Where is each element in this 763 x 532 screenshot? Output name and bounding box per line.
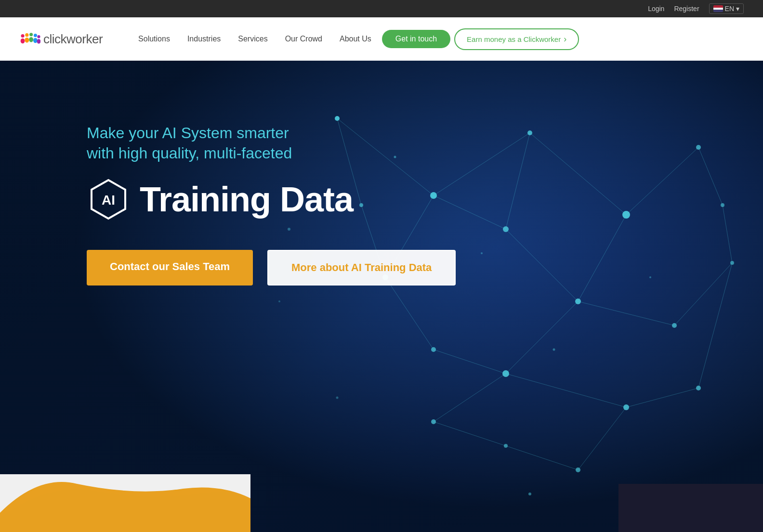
chevron-down-icon: ▾ — [736, 5, 739, 13]
svg-point-62 — [528, 493, 531, 495]
svg-point-59 — [278, 300, 280, 302]
svg-point-1 — [21, 39, 25, 44]
svg-point-5 — [29, 37, 33, 42]
flag-icon — [713, 5, 723, 12]
svg-point-4 — [29, 33, 33, 36]
svg-point-36 — [335, 116, 340, 121]
svg-point-60 — [336, 397, 339, 399]
nav-solutions[interactable]: Solutions — [132, 17, 177, 61]
hero-content: Make your AI System smarter with high qu… — [87, 123, 763, 285]
nav-services[interactable]: Services — [231, 17, 274, 61]
svg-text:AI: AI — [102, 193, 115, 208]
topbar: Login Register EN ▾ — [0, 0, 763, 17]
logo-icon — [19, 31, 40, 47]
svg-point-6 — [34, 34, 37, 37]
svg-point-41 — [575, 298, 581, 304]
ai-hexagon-icon: AI — [87, 178, 130, 221]
svg-point-42 — [672, 323, 677, 328]
hero-title-row: AI Training Data — [87, 178, 763, 221]
hero-section: Make your AI System smarter with high qu… — [0, 61, 763, 532]
contact-sales-button[interactable]: Contact our Sales Team — [87, 250, 253, 285]
lang-label: EN — [725, 5, 734, 13]
svg-point-48 — [431, 347, 436, 352]
svg-point-2 — [25, 33, 28, 37]
nav-about-us[interactable]: About Us — [333, 17, 378, 61]
hero-subtitle-line2: with high quality, multi-faceted — [87, 144, 292, 162]
main-nav: Solutions Industries Services Our Crowd … — [132, 17, 744, 61]
lang-selector[interactable]: EN ▾ — [709, 3, 744, 14]
earn-money-button[interactable]: Earn money as a Clickworker — [454, 28, 579, 50]
more-about-ai-button[interactable]: More about AI Training Data — [267, 250, 456, 285]
hero-bottom-dark — [618, 484, 763, 532]
svg-point-8 — [37, 35, 40, 38]
svg-point-53 — [431, 419, 436, 424]
logo-link[interactable]: clickworker — [19, 31, 103, 47]
hero-subtitle: Make your AI System smarter with high qu… — [87, 123, 763, 163]
get-in-touch-button[interactable]: Get in touch — [382, 30, 450, 48]
svg-point-46 — [696, 386, 701, 390]
svg-point-0 — [21, 34, 25, 38]
hero-bottom-decoration — [0, 436, 250, 532]
svg-point-44 — [502, 370, 509, 377]
svg-point-7 — [33, 38, 38, 43]
hero-buttons: Contact our Sales Team More about AI Tra… — [87, 250, 763, 285]
nav-our-crowd[interactable]: Our Crowd — [278, 17, 329, 61]
svg-point-9 — [37, 39, 40, 44]
svg-point-52 — [504, 444, 508, 448]
hero-subtitle-line1: Make your AI System smarter — [87, 124, 289, 142]
logo-text: clickworker — [43, 32, 103, 47]
nav-industries[interactable]: Industries — [181, 17, 227, 61]
hero-title: Training Data — [140, 180, 353, 219]
svg-point-57 — [553, 349, 555, 351]
login-link[interactable]: Login — [648, 5, 664, 13]
header: clickworker Solutions Industries Service… — [0, 17, 763, 61]
svg-point-51 — [576, 467, 580, 472]
svg-point-3 — [25, 38, 29, 43]
register-link[interactable]: Register — [674, 5, 699, 13]
svg-point-45 — [623, 404, 629, 410]
